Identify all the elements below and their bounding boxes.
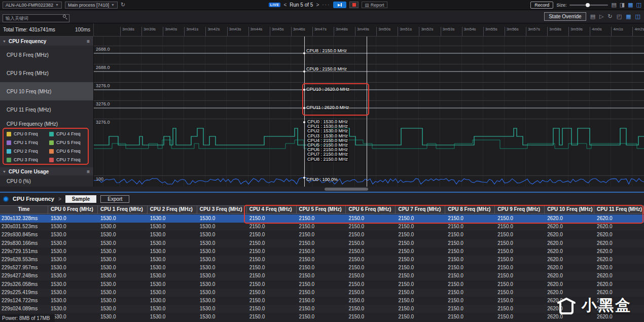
column-header[interactable]: CPU 2 Freq (MHz)	[148, 206, 197, 213]
cell-value: 2150.0	[495, 313, 545, 321]
legend-label: CPU 7 Freq	[56, 157, 81, 162]
table-row[interactable]: 229s427.248ms1530.01530.01530.01530.0215…	[0, 272, 644, 280]
layers-icon[interactable]: ▤	[590, 14, 595, 19]
cursor-line[interactable]	[304, 37, 305, 187]
legend-label: CPU 5 Freq	[56, 140, 81, 145]
table-row[interactable]: 228s923.385ms1530.01530.01530.01530.0215…	[0, 313, 644, 321]
track-chart-2[interactable]: 3276.0CPU10 : 2620.0 MHz	[94, 82, 644, 100]
save-icon[interactable]: ◰	[617, 14, 622, 19]
process-select[interactable]: Main process [7410] ▼	[65, 2, 118, 9]
table-row[interactable]: 229s930.845ms1530.01530.01530.01530.0215…	[0, 231, 644, 239]
grid-icon[interactable]: ▦	[626, 14, 631, 19]
table-row[interactable]: 229s124.722ms1530.01530.01530.01530.0215…	[0, 297, 644, 305]
table-row[interactable]: 229s628.553ms1530.01530.01530.01530.0215…	[0, 256, 644, 264]
more-options-button[interactable]: ···	[322, 2, 330, 8]
track-chart-combined[interactable]: 3276.0	[94, 119, 644, 167]
track-chart-3[interactable]: 3276.0CPU11 : 2620.0 MHz	[94, 100, 644, 119]
track-label-cpu-10-freq-mhz-[interactable]: CPU 10 Freq (MHz)	[0, 82, 93, 100]
tab-sample[interactable]: Sample	[65, 195, 97, 203]
cpu-6-freq-swatch	[49, 149, 54, 154]
device-select[interactable]: ALN-AL00-FMR022382 ▼	[3, 2, 62, 9]
cell-value: 2150.0	[495, 223, 545, 231]
list-icon[interactable]: ≡	[87, 169, 90, 174]
table-row[interactable]: 229s729.151ms1530.01530.01530.01530.0215…	[0, 247, 644, 256]
export-icon[interactable]: ▤	[611, 2, 616, 8]
state-override-button[interactable]: State Override	[544, 12, 586, 21]
table-row[interactable]: 229s527.957ms1530.01530.01530.01530.0215…	[0, 264, 644, 272]
stop-button[interactable]	[349, 2, 359, 8]
column-header[interactable]: CPU 8 Freq (MHz)	[445, 206, 495, 213]
refresh-icon[interactable]: ↻	[608, 14, 613, 19]
scale-label: 100ms	[75, 27, 90, 32]
track-chart-1[interactable]: 2688.0CPU9 : 2150.0 MHz	[94, 64, 644, 82]
table-row[interactable]: 230s132.328ms1530.01530.01530.01530.0215…	[0, 214, 644, 223]
slider-knob[interactable]	[586, 3, 590, 7]
reload-process-icon[interactable]: ↻	[121, 2, 125, 8]
column-header[interactable]: CPU 9 Freq (MHz)	[495, 206, 545, 213]
cell-value: 2150.0	[247, 313, 297, 321]
collapse-arrow-icon[interactable]: ▼	[3, 170, 6, 173]
report-button[interactable]: ▤ Report	[362, 2, 387, 8]
selection-end-line[interactable]	[367, 37, 367, 187]
cell-value: 2150.0	[445, 239, 495, 247]
track-label-cpu-9-freq-mhz-[interactable]: CPU 9 Freq (MHz)	[0, 64, 93, 82]
prev-run-button[interactable]: <	[283, 2, 287, 8]
column-header[interactable]: CPU 10 Freq (MHz)	[545, 206, 594, 213]
column-header[interactable]: CPU 3 Freq (MHz)	[197, 206, 247, 213]
track-sidebar: ▼ CPU Frequency ≡ CPU Frequency (MHz) CP…	[0, 37, 94, 187]
record-button[interactable]: Record	[530, 2, 553, 9]
collapse-arrow-icon[interactable]: ▼	[3, 40, 6, 43]
ruler-tick: 3m42s	[205, 27, 220, 36]
track-max-value: 100	[96, 176, 103, 182]
cell-value: 1530.0	[148, 223, 197, 231]
cell-value: 1530.0	[148, 305, 197, 313]
column-header[interactable]: CPU 7 Freq (MHz)	[396, 206, 445, 213]
column-header[interactable]: CPU 4 Freq (MHz)	[247, 206, 297, 213]
horizontal-scrollbar[interactable]	[0, 187, 644, 192]
cell-value: 2150.0	[297, 264, 346, 272]
charts-region[interactable]: 2688.0CPU8 : 2150.0 MHz2688.0CPU9 : 2150…	[94, 37, 644, 187]
split-view-icon[interactable]: ◫	[636, 2, 641, 8]
column-header[interactable]: CPU 0 Freq (MHz)	[48, 206, 98, 213]
track-label-cpu0-percent[interactable]: CPU 0 (%)	[0, 175, 93, 187]
track-max-value: 3276.0	[96, 101, 110, 106]
column-header[interactable]: CPU 1 Freq (MHz)	[98, 206, 148, 213]
cell-value: 1530.0	[48, 289, 98, 297]
cell-value: 1530.0	[48, 280, 98, 289]
table-row[interactable]: 229s326.058ms1530.01530.01530.01530.0215…	[0, 280, 644, 289]
table-row[interactable]: 230s031.523ms1530.01530.01530.01530.0215…	[0, 223, 644, 231]
table-row[interactable]: 229s024.089ms1530.01530.01530.01530.0215…	[0, 305, 644, 313]
cell-value: 2150.0	[396, 305, 445, 313]
table-row[interactable]: 229s830.166ms1530.01530.01530.01530.0215…	[0, 239, 644, 247]
next-run-button[interactable]: >	[316, 2, 319, 8]
cpu-1-freq-swatch	[7, 140, 11, 145]
track-label-cpu-frequency-combined[interactable]: CPU Frequency (MHz) CPU 0 FreqCPU 4 Freq…	[0, 119, 93, 167]
app-root: ALN-AL00-FMR022382 ▼ Main process [7410]…	[0, 0, 644, 322]
cell-value: 1530.0	[98, 264, 148, 272]
play-button[interactable]: ▶	[333, 2, 346, 8]
track-chart-cpu0-usage[interactable]: 100CPU0 : 100.0%	[94, 175, 644, 187]
track-label-cpu-11-freq-mhz-[interactable]: CPU 11 Freq (MHz)	[0, 100, 93, 119]
table-row[interactable]: 229s225.419ms1530.01530.01530.01530.0215…	[0, 289, 644, 297]
cursor-tooltip: CPU0 : 1530.0 MHzCPU1 : 1530.0 MHzCPU2 :…	[306, 120, 349, 162]
search-box[interactable]	[3, 13, 69, 21]
columns-icon[interactable]: ◫	[635, 14, 640, 19]
cpu-0-freq-swatch	[7, 132, 11, 136]
column-header[interactable]: Time	[0, 206, 48, 213]
export-button[interactable]: Export	[100, 195, 129, 203]
section-header-cpu-frequency[interactable]: ▼ CPU Frequency ≡	[0, 37, 93, 46]
scrollbar-thumb[interactable]	[325, 188, 368, 191]
column-header[interactable]: CPU 5 Freq (MHz)	[297, 206, 346, 213]
track-label-cpu-8-freq-mhz-[interactable]: CPU 8 Freq (MHz)	[0, 46, 93, 64]
section-header-cpu-core-usage[interactable]: ▼ CPU Core Usage ≡	[0, 167, 93, 175]
play-outline-icon[interactable]: ▷	[599, 14, 603, 19]
list-icon[interactable]: ≡	[87, 39, 90, 44]
snapshot-icon[interactable]: ◨	[620, 2, 625, 8]
column-header[interactable]: CPU 11 Freq (MHz)	[594, 206, 644, 213]
time-ruler[interactable]: 3m38s3m39s3m40s3m41s3m42s3m43s3m44s3m45s…	[94, 23, 644, 36]
grid-view-icon[interactable]: ▦	[628, 2, 633, 8]
size-slider[interactable]	[569, 2, 608, 9]
column-header[interactable]: CPU 6 Freq (MHz)	[346, 206, 396, 213]
search-input[interactable]	[3, 14, 69, 22]
track-chart-0[interactable]: 2688.0CPU8 : 2150.0 MHz	[94, 46, 644, 64]
